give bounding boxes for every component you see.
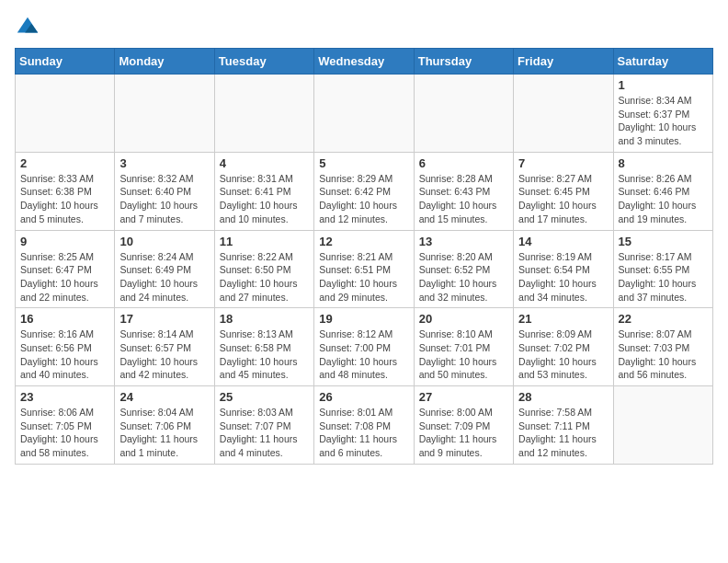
calendar-day-cell: 24Sunrise: 8:04 AM Sunset: 7:06 PM Dayli…: [115, 386, 214, 465]
calendar-day-cell: [414, 75, 513, 153]
day-info: Sunrise: 8:22 AM Sunset: 6:50 PM Dayligh…: [220, 250, 309, 304]
day-number: 5: [319, 156, 408, 170]
calendar-day-cell: 3Sunrise: 8:32 AM Sunset: 6:40 PM Daylig…: [115, 152, 214, 230]
calendar-week-row: 16Sunrise: 8:16 AM Sunset: 6:56 PM Dayli…: [16, 308, 713, 386]
day-info: Sunrise: 8:33 AM Sunset: 6:38 PM Dayligh…: [20, 172, 109, 226]
day-info: Sunrise: 8:24 AM Sunset: 6:49 PM Dayligh…: [119, 250, 209, 304]
calendar-day-cell: 10Sunrise: 8:24 AM Sunset: 6:49 PM Dayli…: [115, 230, 214, 308]
day-number: 17: [119, 312, 209, 326]
calendar-day-cell: 22Sunrise: 8:07 AM Sunset: 7:03 PM Dayli…: [613, 308, 712, 386]
day-info: Sunrise: 8:27 AM Sunset: 6:45 PM Dayligh…: [518, 172, 608, 226]
weekday-header: Friday: [514, 49, 613, 75]
calendar-day-cell: 9Sunrise: 8:25 AM Sunset: 6:47 PM Daylig…: [16, 230, 115, 308]
day-number: 26: [319, 390, 408, 404]
day-number: 6: [419, 156, 508, 170]
calendar-week-row: 9Sunrise: 8:25 AM Sunset: 6:47 PM Daylig…: [16, 230, 713, 308]
day-info: Sunrise: 8:10 AM Sunset: 7:01 PM Dayligh…: [419, 327, 508, 382]
calendar-week-row: 2Sunrise: 8:33 AM Sunset: 6:38 PM Daylig…: [16, 152, 713, 230]
day-info: Sunrise: 8:20 AM Sunset: 6:52 PM Dayligh…: [419, 250, 508, 304]
calendar-day-cell: 2Sunrise: 8:33 AM Sunset: 6:38 PM Daylig…: [16, 152, 115, 230]
day-number: 2: [20, 156, 109, 170]
day-info: Sunrise: 8:06 AM Sunset: 7:05 PM Dayligh…: [20, 406, 109, 460]
day-info: Sunrise: 8:31 AM Sunset: 6:41 PM Dayligh…: [220, 172, 309, 226]
day-number: 14: [518, 235, 608, 248]
day-number: 28: [518, 390, 608, 404]
day-info: Sunrise: 8:19 AM Sunset: 6:54 PM Dayligh…: [518, 250, 608, 304]
day-number: 22: [619, 312, 708, 326]
calendar-day-cell: 1Sunrise: 8:34 AM Sunset: 6:37 PM Daylig…: [613, 75, 712, 153]
calendar-day-cell: 21Sunrise: 8:09 AM Sunset: 7:02 PM Dayli…: [514, 308, 613, 386]
page-header: [15, 15, 713, 40]
calendar-week-row: 23Sunrise: 8:06 AM Sunset: 7:05 PM Dayli…: [16, 386, 713, 465]
logo-icon: [15, 15, 40, 40]
day-info: Sunrise: 8:17 AM Sunset: 6:55 PM Dayligh…: [619, 250, 708, 304]
day-info: Sunrise: 8:29 AM Sunset: 6:42 PM Dayligh…: [319, 172, 408, 226]
day-number: 11: [220, 235, 309, 248]
day-info: Sunrise: 8:01 AM Sunset: 7:08 PM Dayligh…: [319, 406, 408, 460]
day-number: 1: [619, 78, 708, 92]
day-info: Sunrise: 8:32 AM Sunset: 6:40 PM Dayligh…: [119, 172, 209, 226]
day-info: Sunrise: 8:34 AM Sunset: 6:37 PM Dayligh…: [619, 94, 708, 148]
day-number: 16: [20, 312, 109, 326]
day-number: 4: [220, 156, 309, 170]
day-number: 24: [119, 390, 209, 404]
calendar-week-row: 1Sunrise: 8:34 AM Sunset: 6:37 PM Daylig…: [16, 75, 713, 153]
calendar-day-cell: [16, 75, 115, 153]
weekday-header: Tuesday: [214, 49, 313, 75]
day-info: Sunrise: 8:09 AM Sunset: 7:02 PM Dayligh…: [518, 327, 608, 382]
day-number: 13: [419, 235, 508, 248]
calendar-day-cell: 5Sunrise: 8:29 AM Sunset: 6:42 PM Daylig…: [314, 152, 414, 230]
day-number: 18: [220, 312, 309, 326]
calendar-day-cell: 28Sunrise: 7:58 AM Sunset: 7:11 PM Dayli…: [514, 386, 613, 465]
calendar-day-cell: [214, 75, 313, 153]
weekday-header: Monday: [115, 49, 214, 75]
calendar-table: SundayMondayTuesdayWednesdayThursdayFrid…: [15, 48, 713, 465]
day-info: Sunrise: 8:00 AM Sunset: 7:09 PM Dayligh…: [419, 406, 508, 460]
calendar-day-cell: 15Sunrise: 8:17 AM Sunset: 6:55 PM Dayli…: [613, 230, 712, 308]
day-number: 20: [419, 312, 508, 326]
calendar-day-cell: 8Sunrise: 8:26 AM Sunset: 6:46 PM Daylig…: [613, 152, 712, 230]
calendar-day-cell: 26Sunrise: 8:01 AM Sunset: 7:08 PM Dayli…: [314, 386, 414, 465]
day-number: 12: [319, 235, 408, 248]
day-info: Sunrise: 8:04 AM Sunset: 7:06 PM Dayligh…: [119, 406, 209, 460]
logo: [15, 15, 44, 40]
calendar-day-cell: 27Sunrise: 8:00 AM Sunset: 7:09 PM Dayli…: [414, 386, 513, 465]
calendar-day-cell: [115, 75, 214, 153]
calendar-day-cell: [514, 75, 613, 153]
day-number: 10: [119, 235, 209, 248]
calendar-day-cell: 4Sunrise: 8:31 AM Sunset: 6:41 PM Daylig…: [214, 152, 313, 230]
calendar-day-cell: 7Sunrise: 8:27 AM Sunset: 6:45 PM Daylig…: [514, 152, 613, 230]
calendar-day-cell: 16Sunrise: 8:16 AM Sunset: 6:56 PM Dayli…: [16, 308, 115, 386]
calendar-day-cell: 20Sunrise: 8:10 AM Sunset: 7:01 PM Dayli…: [414, 308, 513, 386]
day-info: Sunrise: 8:07 AM Sunset: 7:03 PM Dayligh…: [619, 327, 708, 382]
day-number: 8: [619, 156, 708, 170]
day-number: 3: [119, 156, 209, 170]
day-info: Sunrise: 8:12 AM Sunset: 7:00 PM Dayligh…: [319, 327, 408, 382]
weekday-header: Saturday: [613, 49, 712, 75]
calendar-day-cell: [613, 386, 712, 465]
calendar-day-cell: 6Sunrise: 8:28 AM Sunset: 6:43 PM Daylig…: [414, 152, 513, 230]
day-info: Sunrise: 8:26 AM Sunset: 6:46 PM Dayligh…: [619, 172, 708, 226]
calendar-day-cell: 25Sunrise: 8:03 AM Sunset: 7:07 PM Dayli…: [214, 386, 313, 465]
calendar-day-cell: 12Sunrise: 8:21 AM Sunset: 6:51 PM Dayli…: [314, 230, 414, 308]
day-number: 7: [518, 156, 608, 170]
day-info: Sunrise: 8:16 AM Sunset: 6:56 PM Dayligh…: [20, 327, 109, 382]
day-number: 23: [20, 390, 109, 404]
day-number: 25: [220, 390, 309, 404]
day-number: 15: [619, 235, 708, 248]
calendar-day-cell: [314, 75, 414, 153]
day-info: Sunrise: 7:58 AM Sunset: 7:11 PM Dayligh…: [518, 406, 608, 460]
day-info: Sunrise: 8:28 AM Sunset: 6:43 PM Dayligh…: [419, 172, 508, 226]
calendar-day-cell: 18Sunrise: 8:13 AM Sunset: 6:58 PM Dayli…: [214, 308, 313, 386]
day-info: Sunrise: 8:13 AM Sunset: 6:58 PM Dayligh…: [220, 327, 309, 382]
calendar-day-cell: 23Sunrise: 8:06 AM Sunset: 7:05 PM Dayli…: [16, 386, 115, 465]
day-info: Sunrise: 8:21 AM Sunset: 6:51 PM Dayligh…: [319, 250, 408, 304]
day-info: Sunrise: 8:25 AM Sunset: 6:47 PM Dayligh…: [20, 250, 109, 304]
calendar-day-cell: 11Sunrise: 8:22 AM Sunset: 6:50 PM Dayli…: [214, 230, 313, 308]
weekday-header-row: SundayMondayTuesdayWednesdayThursdayFrid…: [16, 49, 713, 75]
weekday-header: Sunday: [16, 49, 115, 75]
day-number: 27: [419, 390, 508, 404]
weekday-header: Wednesday: [314, 49, 414, 75]
day-number: 9: [20, 235, 109, 248]
day-number: 19: [319, 312, 408, 326]
